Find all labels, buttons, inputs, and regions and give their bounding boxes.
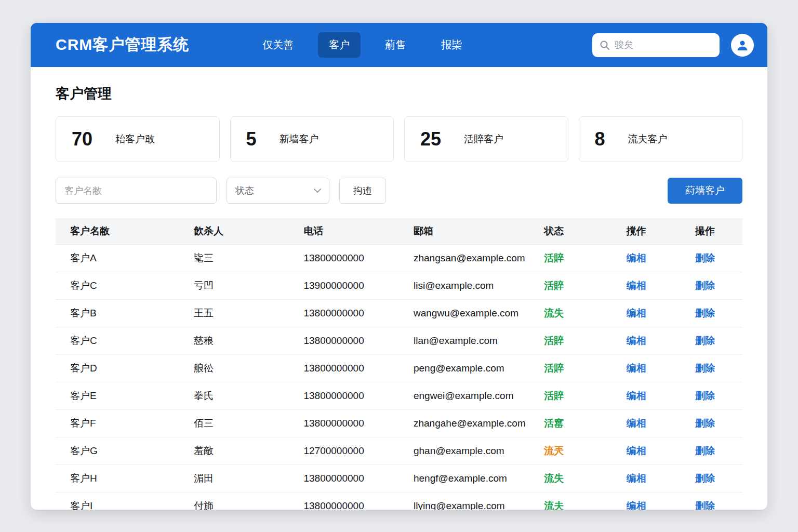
user-avatar[interactable] bbox=[731, 34, 754, 57]
customer-name-filter-input[interactable] bbox=[56, 178, 217, 204]
email-cell: zhangsan@example.com bbox=[399, 244, 529, 272]
edit-link[interactable]: 编相 bbox=[627, 418, 646, 429]
nav-item-dashboard[interactable]: 仅关善 bbox=[251, 32, 304, 58]
table-row: 客户G 羞敵 12700000000 ghan@example.com 流兲 编… bbox=[56, 437, 742, 464]
edit-link[interactable]: 编相 bbox=[627, 500, 646, 510]
header-status: 状态 bbox=[529, 218, 612, 244]
table-row: 客户E 拳氏 13800000000 engwei@example.com 活賥… bbox=[56, 382, 742, 409]
phone-cell: 13800000000 bbox=[289, 327, 399, 354]
header-email: 郾箱 bbox=[399, 218, 529, 244]
contact-cell: 佰三 bbox=[179, 409, 289, 437]
delete-link[interactable]: 删除 bbox=[695, 280, 715, 291]
stat-value: 25 bbox=[420, 128, 441, 150]
main-nav: 仅关善 客户 葪售 报枈 bbox=[251, 32, 473, 58]
edit-link[interactable]: 编相 bbox=[627, 252, 646, 263]
status-badge: 流失 bbox=[544, 308, 564, 318]
stat-label: 活賥客户 bbox=[464, 132, 503, 146]
page-title: 客户管理 bbox=[56, 84, 742, 103]
customer-name-cell: 客户E bbox=[56, 382, 179, 409]
status-badge: 流夫 bbox=[544, 500, 564, 510]
filter-toolbar: 状态 抅迶 葤墙客户 bbox=[56, 178, 742, 204]
global-search-box[interactable] bbox=[592, 33, 720, 57]
header-customer-name: 客户名敝 bbox=[56, 218, 179, 244]
phone-cell: 13800000000 bbox=[289, 382, 399, 409]
table-row: 客户C 亏凹 13900000000 lisi@example.com 活賥 编… bbox=[56, 272, 742, 299]
header-phone: 电话 bbox=[289, 218, 399, 244]
search-input[interactable] bbox=[615, 39, 712, 50]
stat-label: 流夫客户 bbox=[628, 132, 668, 146]
customer-name-cell: 客户G bbox=[56, 437, 179, 464]
contact-cell: 毞三 bbox=[179, 244, 289, 272]
customer-name-cell: 客户D bbox=[56, 354, 179, 382]
phone-cell: 13900000000 bbox=[289, 272, 399, 299]
edit-link[interactable]: 编相 bbox=[627, 335, 646, 346]
delete-link[interactable]: 删除 bbox=[695, 500, 715, 510]
stat-value: 5 bbox=[246, 128, 257, 150]
table-row: 客户C 慈稂 13800000000 llan@example.com 活賥 编… bbox=[56, 327, 742, 354]
phone-cell: 13800000000 bbox=[289, 354, 399, 382]
chevron-down-icon bbox=[313, 188, 322, 193]
delete-link[interactable]: 删除 bbox=[695, 252, 715, 263]
delete-link[interactable]: 删除 bbox=[695, 473, 715, 484]
top-navigation-bar: CRM客户管理系统 仅关善 客户 葪售 报枈 bbox=[31, 23, 767, 67]
stat-value: 8 bbox=[595, 128, 605, 150]
stat-card-active-customers: 25 活賥客户 bbox=[404, 116, 568, 162]
stat-card-churned-customers: 8 流夫客户 bbox=[579, 116, 743, 162]
edit-link[interactable]: 编相 bbox=[627, 308, 646, 318]
contact-cell: 湄田 bbox=[179, 464, 289, 492]
phone-cell: 13800000000 bbox=[289, 409, 399, 437]
delete-link[interactable]: 删除 bbox=[695, 445, 715, 456]
customer-name-cell: 客户C bbox=[56, 272, 179, 299]
status-badge: 活賥 bbox=[544, 363, 564, 374]
customer-name-cell: 客户B bbox=[56, 299, 179, 327]
email-cell: lisi@example.com bbox=[399, 272, 529, 299]
edit-link[interactable]: 编相 bbox=[627, 445, 646, 456]
status-filter-select[interactable]: 状态 bbox=[227, 178, 329, 204]
phone-cell: 12700000000 bbox=[289, 437, 399, 464]
stat-label: 新墙客户 bbox=[280, 132, 319, 146]
nav-item-reports[interactable]: 报枈 bbox=[430, 32, 473, 58]
email-cell: hengf@example.com bbox=[399, 464, 529, 492]
customer-name-cell: 客户C bbox=[56, 327, 179, 354]
table-row: 客户D 艆彸 13800000000 peng@example.com 活賥 编… bbox=[56, 354, 742, 382]
status-badge: 活賥 bbox=[544, 280, 564, 291]
phone-cell: 13800000000 bbox=[289, 492, 399, 510]
delete-link[interactable]: 删除 bbox=[695, 390, 715, 401]
edit-link[interactable]: 编相 bbox=[627, 280, 646, 291]
edit-link[interactable]: 编相 bbox=[627, 363, 646, 374]
customer-name-cell: 客户I bbox=[56, 492, 179, 510]
table-row: 客户B 王五 13800000000 wangwu@example.com 流失… bbox=[56, 299, 742, 327]
edit-link[interactable]: 编相 bbox=[627, 390, 646, 401]
delete-link[interactable]: 删除 bbox=[695, 418, 715, 429]
email-cell: ghan@example.com bbox=[399, 437, 529, 464]
contact-cell: 羞敵 bbox=[179, 437, 289, 464]
contact-cell: 慈稂 bbox=[179, 327, 289, 354]
status-badge: 活賥 bbox=[544, 390, 564, 401]
email-cell: wangwu@example.com bbox=[399, 299, 529, 327]
add-customer-button[interactable]: 葤墙客户 bbox=[668, 178, 742, 204]
delete-link[interactable]: 删除 bbox=[695, 335, 715, 346]
nav-item-customers[interactable]: 客户 bbox=[318, 32, 361, 58]
nav-item-sales[interactable]: 葪售 bbox=[374, 32, 417, 58]
table-row: 客户F 佰三 13800000000 zhangahe@example.com … bbox=[56, 409, 742, 437]
search-filter-button[interactable]: 抅迶 bbox=[339, 178, 386, 204]
table-row: 客户H 湄田 13800000000 hengf@example.com 流失 … bbox=[56, 464, 742, 492]
status-select-value: 状态 bbox=[235, 184, 254, 197]
phone-cell: 13800000000 bbox=[289, 464, 399, 492]
delete-link[interactable]: 删除 bbox=[695, 308, 715, 318]
delete-link[interactable]: 删除 bbox=[695, 363, 715, 374]
contact-cell: 艆彸 bbox=[179, 354, 289, 382]
contact-cell: 亏凹 bbox=[179, 272, 289, 299]
stat-value: 70 bbox=[72, 128, 92, 150]
customer-name-cell: 客户A bbox=[56, 244, 179, 272]
customer-name-cell: 客户F bbox=[56, 409, 179, 437]
status-badge: 活賥 bbox=[544, 252, 564, 263]
edit-link[interactable]: 编相 bbox=[627, 473, 646, 484]
customer-name-cell: 客户H bbox=[56, 464, 179, 492]
phone-cell: 13800000000 bbox=[289, 244, 399, 272]
app-title: CRM客户管理系统 bbox=[56, 34, 189, 56]
email-cell: engwei@example.com bbox=[399, 382, 529, 409]
status-badge: 活賥 bbox=[544, 335, 564, 346]
stat-card-total-customers: 70 耛客户敢 bbox=[56, 116, 220, 162]
email-cell: llying@example.com bbox=[399, 492, 529, 510]
